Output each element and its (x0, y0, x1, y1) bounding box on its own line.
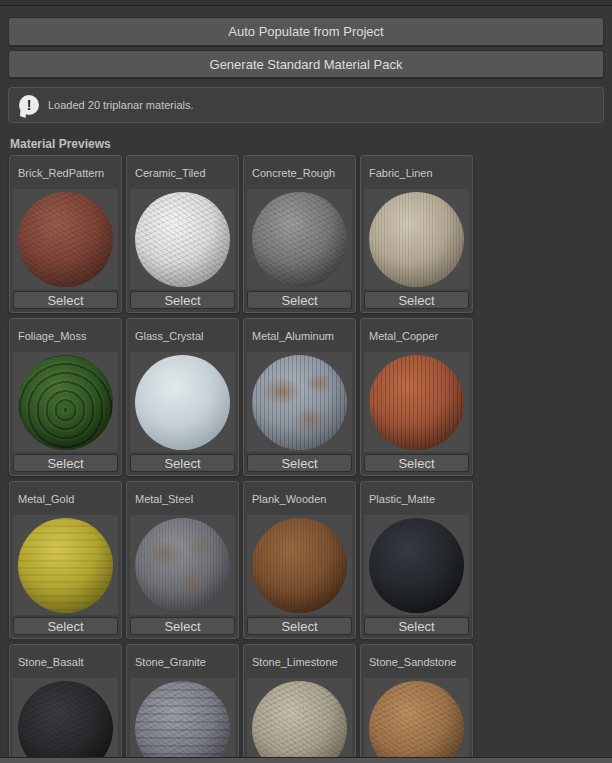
exclamation-glyph: ! (27, 98, 32, 112)
help-box: ! Loaded 20 triplanar materials. (8, 87, 604, 123)
select-button[interactable]: Select (247, 454, 352, 472)
material-name: Metal_Aluminum (244, 319, 355, 352)
material-preview (13, 515, 118, 615)
preview-sphere (369, 518, 464, 613)
material-card: Stone_Granite Select (126, 644, 239, 763)
material-card: Concrete_Rough Select (243, 155, 356, 313)
section-title: Material Previews (10, 137, 612, 151)
material-preview (364, 352, 469, 452)
material-preview (247, 515, 352, 615)
select-button[interactable]: Select (130, 617, 235, 635)
material-card: Stone_Limestone Select (243, 644, 356, 763)
preview-sphere (18, 518, 113, 613)
info-bubble-icon: ! (19, 95, 39, 115)
material-card: Ceramic_Tiled Select (126, 155, 239, 313)
material-card: Metal_Copper Select (360, 318, 473, 476)
preview-sphere (135, 518, 230, 613)
material-name: Stone_Sandstone (361, 645, 472, 678)
material-grid: Brick_RedPattern Select Ceramic_Tiled Se… (9, 155, 473, 763)
select-button[interactable]: Select (364, 617, 469, 635)
material-name: Glass_Crystal (127, 319, 238, 352)
material-card: Metal_Aluminum Select (243, 318, 356, 476)
material-name: Stone_Granite (127, 645, 238, 678)
material-preview (247, 352, 352, 452)
material-card: Stone_Sandstone Select (360, 644, 473, 763)
material-name: Foliage_Moss (10, 319, 121, 352)
material-card: Plank_Wooden Select (243, 481, 356, 639)
preview-sphere (252, 192, 347, 287)
material-name: Metal_Steel (127, 482, 238, 515)
material-preview (130, 515, 235, 615)
material-preview (364, 678, 469, 763)
select-button[interactable]: Select (364, 291, 469, 309)
select-button[interactable]: Select (13, 291, 118, 309)
material-preview (130, 352, 235, 452)
material-name: Ceramic_Tiled (127, 156, 238, 189)
material-card: Foliage_Moss Select (9, 318, 122, 476)
select-button[interactable]: Select (364, 454, 469, 472)
preview-sphere (135, 192, 230, 287)
material-card: Metal_Gold Select (9, 481, 122, 639)
material-name: Plank_Wooden (244, 482, 355, 515)
material-name: Stone_Basalt (10, 645, 121, 678)
material-preview (13, 189, 118, 289)
select-button[interactable]: Select (130, 291, 235, 309)
preview-sphere (369, 355, 464, 450)
material-card: Glass_Crystal Select (126, 318, 239, 476)
select-button[interactable]: Select (130, 454, 235, 472)
material-card: Brick_RedPattern Select (9, 155, 122, 313)
select-button[interactable]: Select (13, 454, 118, 472)
material-preview (247, 189, 352, 289)
material-card: Metal_Steel Select (126, 481, 239, 639)
preview-sphere (252, 518, 347, 613)
preview-sphere (369, 681, 464, 763)
generate-pack-button[interactable]: Generate Standard Material Pack (8, 50, 604, 78)
preview-sphere (369, 192, 464, 287)
help-message: Loaded 20 triplanar materials. (48, 99, 194, 111)
material-preview (364, 515, 469, 615)
preview-sphere (135, 355, 230, 450)
material-card: Plastic_Matte Select (360, 481, 473, 639)
material-name: Metal_Gold (10, 482, 121, 515)
material-card: Stone_Basalt Select (9, 644, 122, 763)
preview-sphere (18, 192, 113, 287)
preview-sphere (18, 681, 113, 763)
material-preview (247, 678, 352, 763)
material-preview (130, 678, 235, 763)
preview-sphere (252, 681, 347, 763)
material-name: Plastic_Matte (361, 482, 472, 515)
material-preview (13, 352, 118, 452)
preview-sphere (135, 681, 230, 763)
material-name: Metal_Copper (361, 319, 472, 352)
select-button[interactable]: Select (247, 291, 352, 309)
select-button[interactable]: Select (247, 617, 352, 635)
preview-sphere (252, 355, 347, 450)
select-button[interactable]: Select (13, 617, 118, 635)
material-name: Brick_RedPattern (10, 156, 121, 189)
window-top-edge (0, 0, 612, 6)
window-bottom-edge (0, 757, 612, 763)
material-name: Stone_Limestone (244, 645, 355, 678)
preview-sphere (18, 355, 113, 450)
material-name: Concrete_Rough (244, 156, 355, 189)
material-preview (13, 678, 118, 763)
auto-populate-button[interactable]: Auto Populate from Project (8, 17, 604, 46)
material-preview (364, 189, 469, 289)
material-preview (130, 189, 235, 289)
material-card: Fabric_Linen Select (360, 155, 473, 313)
material-name: Fabric_Linen (361, 156, 472, 189)
